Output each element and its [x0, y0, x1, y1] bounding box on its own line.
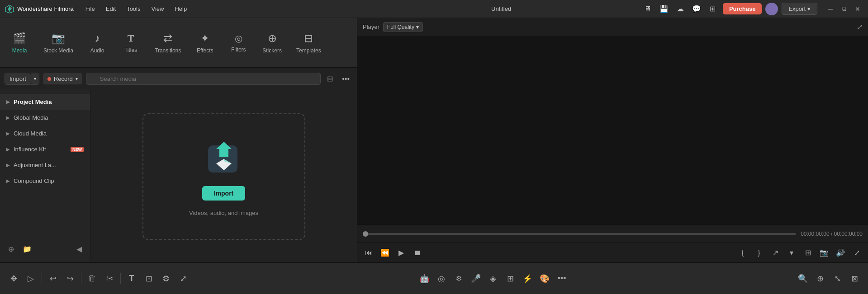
fit-timeline-icon[interactable]: ⤡	[830, 271, 844, 286]
purchase-button[interactable]: Purchase	[723, 3, 762, 14]
mark-out-icon[interactable]: }	[752, 246, 766, 260]
collapse-sidebar-icon[interactable]: ◀	[73, 243, 85, 255]
progress-track[interactable]	[363, 233, 796, 235]
ripple-tool[interactable]: ▷	[24, 271, 38, 286]
menu-file[interactable]: File	[81, 4, 100, 14]
group-icon[interactable]: ⊞	[503, 271, 517, 286]
text-tool[interactable]: T	[124, 271, 139, 286]
tab-filters[interactable]: ◎ Filters	[223, 23, 254, 63]
freeze-frame-icon[interactable]: ❄	[451, 271, 466, 286]
sidebar-item-adjustment-layer[interactable]: ▶ Adjustment La...	[0, 157, 90, 173]
mark-in-icon[interactable]: {	[736, 246, 749, 260]
tab-stickers-label: Stickers	[262, 47, 282, 54]
color-icon[interactable]: 🎨	[537, 271, 552, 286]
zoom-out-icon[interactable]: 🔍	[796, 271, 810, 286]
menu-help[interactable]: Help	[170, 4, 191, 14]
export-dropdown-icon: ▾	[807, 5, 811, 12]
smart-cutout-icon[interactable]: 🤖	[417, 271, 432, 286]
left-panel: 🎬 Media 📷 Stock Media ♪ Audio T Titles ⇄…	[0, 18, 357, 262]
mark-dropdown-icon[interactable]: ▾	[785, 246, 798, 260]
minimize-button[interactable]: ─	[825, 3, 836, 15]
restore-button[interactable]: ⧉	[838, 3, 850, 15]
app-title: Wondershare Filmora	[17, 5, 74, 12]
more-options-button[interactable]: •••	[339, 73, 352, 85]
fullscreen-icon[interactable]: ⤢	[850, 246, 863, 260]
ai-tool[interactable]: ⚙	[159, 271, 173, 286]
cloud-upload-icon[interactable]: ☁	[674, 3, 687, 15]
grid-icon[interactable]: ⊞	[707, 3, 719, 15]
tab-stickers[interactable]: ⊕ Stickers	[256, 23, 288, 63]
redo-tool[interactable]: ↪	[63, 271, 77, 286]
keyframe-icon[interactable]: ◈	[486, 271, 500, 286]
sidebar-item-compound-clip[interactable]: ▶ Compound Clip	[0, 173, 90, 189]
quality-selector[interactable]: Full Quality ▾	[383, 22, 423, 32]
snap-icon[interactable]: ⊠	[847, 271, 862, 286]
snapshot-icon[interactable]: 📷	[817, 246, 831, 260]
support-icon[interactable]: 💬	[690, 3, 703, 15]
record-button[interactable]: Record ▾	[43, 73, 82, 84]
folder-open-icon[interactable]: 📁	[21, 243, 33, 255]
transform-tool[interactable]: ⤢	[176, 271, 190, 286]
sidebar-item-global-media[interactable]: ▶ Global Media	[0, 110, 90, 126]
player-expand-icon[interactable]: ⤢	[857, 23, 863, 31]
undo-tool[interactable]: ↩	[46, 271, 60, 286]
tab-templates[interactable]: ⊟ Templates	[290, 23, 327, 63]
tab-transitions[interactable]: ⇄ Transitions	[148, 23, 187, 63]
tab-effects[interactable]: ✦ Effects	[189, 23, 221, 63]
sidebar-item-label: Influence Kit	[14, 146, 67, 153]
close-button[interactable]: ✕	[852, 3, 863, 15]
mark-button[interactable]: ↗	[768, 246, 782, 260]
step-back-button[interactable]: ⏮	[362, 246, 375, 260]
tab-effects-label: Effects	[197, 47, 213, 54]
import-drop-zone[interactable]: Import Videos, audio, and images	[142, 113, 305, 240]
filters-icon: ◎	[235, 33, 242, 44]
audio-icon: ♪	[95, 32, 100, 45]
speed-icon[interactable]: ⚡	[520, 271, 535, 286]
import-dropdown-button[interactable]: ▾	[31, 73, 39, 84]
volume-icon[interactable]: 🔊	[834, 246, 847, 260]
window-controls: ─ ⧉ ✕	[825, 3, 863, 15]
tab-titles[interactable]: T Titles	[115, 23, 147, 63]
motion-track-icon[interactable]: ◎	[434, 271, 449, 286]
play-button[interactable]: ▶	[394, 246, 408, 260]
titlebar: Wondershare Filmora File Edit Tools View…	[0, 0, 868, 18]
import-drop-button[interactable]: Import	[202, 186, 246, 201]
left-sidebar: ▶ Project Media ▶ Global Media ▶ Cloud M…	[0, 90, 90, 262]
progress-thumb[interactable]	[363, 231, 368, 237]
export-button[interactable]: Export ▾	[782, 3, 817, 15]
sidebar-item-project-media[interactable]: ▶ Project Media	[0, 94, 90, 110]
transitions-icon: ⇄	[163, 32, 172, 45]
delete-tool[interactable]: 🗑	[85, 271, 100, 286]
sidebar-item-cloud-media[interactable]: ▶ Cloud Media	[0, 126, 90, 141]
search-input[interactable]	[86, 73, 321, 85]
save-icon[interactable]: 💾	[658, 3, 670, 15]
sidebar-item-label: Global Media	[14, 114, 84, 121]
monitor-icon[interactable]: 🖥	[641, 3, 654, 15]
new-folder-icon[interactable]: ⊕	[5, 243, 17, 255]
tab-stock-media[interactable]: 📷 Stock Media	[37, 23, 80, 63]
sidebar-item-influence-kit[interactable]: ▶ Influence Kit NEW	[0, 141, 90, 157]
sidebar-item-label: Project Media	[14, 98, 84, 105]
tab-stock-media-label: Stock Media	[43, 47, 73, 54]
effects-icon: ✦	[200, 32, 209, 45]
tab-audio[interactable]: ♪ Audio	[81, 23, 113, 63]
tab-media[interactable]: 🎬 Media	[4, 23, 35, 63]
more-tools-icon[interactable]: •••	[555, 271, 569, 286]
frame-back-button[interactable]: ⏪	[378, 246, 392, 260]
menu-edit[interactable]: Edit	[101, 4, 120, 14]
expand-arrow-icon: ▶	[6, 147, 10, 152]
menu-tools[interactable]: Tools	[122, 4, 145, 14]
crop-tool[interactable]: ⊡	[142, 271, 156, 286]
add-to-timeline-icon[interactable]: ⊞	[801, 246, 815, 260]
select-tool[interactable]: ✥	[6, 271, 21, 286]
cut-tool[interactable]: ✂	[102, 271, 117, 286]
filter-button[interactable]: ⊟	[324, 73, 336, 85]
time-display: 00:00:00:00 / 00:00:00:00	[801, 231, 863, 237]
import-button[interactable]: Import	[5, 73, 31, 84]
menu-view[interactable]: View	[147, 4, 168, 14]
audio-tool-icon[interactable]: 🎤	[469, 271, 483, 286]
user-avatar[interactable]	[765, 3, 778, 15]
app-logo[interactable]: Wondershare Filmora	[5, 4, 74, 14]
stop-button[interactable]: ⏹	[411, 246, 424, 260]
zoom-in-icon[interactable]: ⊕	[813, 271, 827, 286]
